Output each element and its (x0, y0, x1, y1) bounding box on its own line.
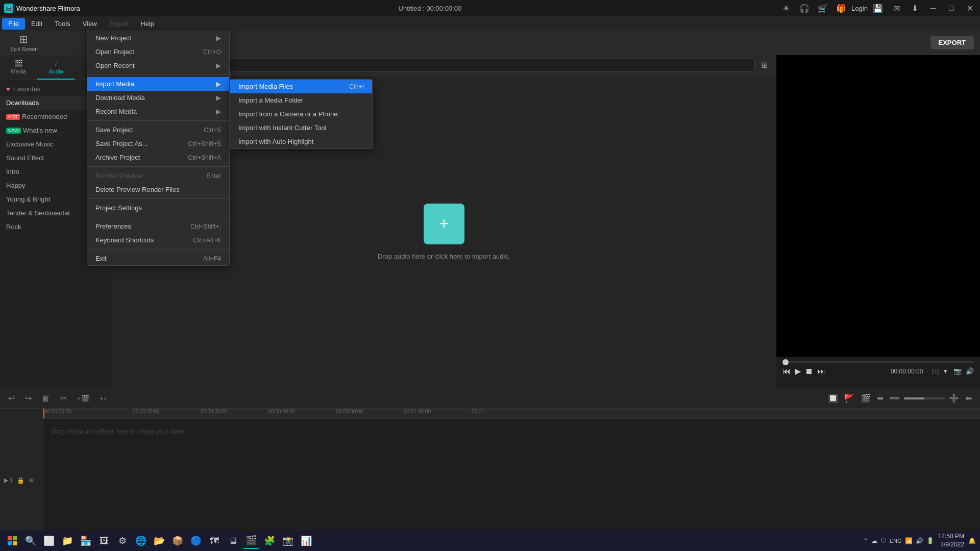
undo-btn[interactable]: ↩ (6, 392, 17, 404)
titlebar: 🎬 Wondershare Filmora Untitled : 00:00:0… (0, 0, 980, 16)
menu-import-media[interactable]: Import Media ▶ (87, 77, 229, 91)
zoom-in-btn[interactable]: ➕ (947, 392, 961, 404)
screenshot-btn[interactable]: 📷 (953, 367, 962, 375)
snap-btn[interactable]: 🔲 (826, 392, 840, 404)
menu-help[interactable]: Help (134, 18, 160, 30)
volume-btn[interactable]: 🔊 (966, 367, 974, 375)
taskbar-map[interactable]: 🗺 (206, 533, 223, 549)
taskbar-browser-ext[interactable]: 🧩 (261, 533, 278, 549)
taskbar-search[interactable]: 🔍 (22, 533, 39, 549)
split-btn[interactable]: ⬌ (875, 392, 886, 404)
save-cloud-icon[interactable]: 💾 (872, 2, 884, 14)
track-labels: ▶ 1 🔒 👁 ♪ 1 🔒 🔊 (0, 409, 43, 551)
onedrive-icon[interactable]: ☁ (871, 537, 877, 544)
taskbar-files[interactable]: 📂 (151, 533, 167, 549)
tab-media[interactable]: 🎬 Media (0, 55, 37, 80)
delete-btn[interactable]: 🗑 (40, 393, 52, 404)
menu-project-settings[interactable]: Project Settings (87, 201, 229, 215)
battery-icon[interactable]: 🔋 (926, 537, 934, 544)
collapse-btn[interactable]: ⬅ (963, 392, 974, 404)
menu-keyboard-shortcuts[interactable]: Keyboard Shortcuts Ctrl+Alt+K (87, 233, 229, 247)
download-icon[interactable]: ⬇ (909, 2, 921, 14)
menu-save-project-as[interactable]: Save Project As... Ctrl+Shift+S (87, 137, 229, 151)
taskbar-time[interactable]: 12:50 PM 3/9/2022 (938, 533, 964, 548)
window-controls: ☀ 🎧 🛒 🎁 Login 💾 ✉ ⬇ ─ □ ✕ (780, 2, 976, 14)
taskbar-filmora-active[interactable]: 🎬 (243, 533, 259, 549)
taskbar-explorer[interactable]: 📁 (59, 533, 76, 549)
menu-file[interactable]: File (2, 18, 25, 30)
notification-icon[interactable]: 🔔 (968, 537, 976, 544)
menu-download-media[interactable]: Download Media ▶ (87, 91, 229, 105)
taskbar-settings[interactable]: ⚙ (114, 533, 131, 549)
maximize-btn[interactable]: □ (945, 2, 958, 14)
skip-back-button[interactable]: ⏮ (782, 367, 791, 376)
menu-open-recent[interactable]: Open Recent ▶ (87, 59, 229, 72)
taskbar-finance[interactable]: 📊 (298, 533, 314, 549)
eye-icon[interactable]: 👁 (29, 477, 35, 484)
skip-forward-button[interactable]: ⏭ (817, 367, 825, 376)
taskbar-taskview[interactable]: ⬜ (41, 533, 57, 549)
add-audio-btn[interactable]: +♪ (97, 393, 109, 403)
taskbar-control-panel[interactable]: 🖥 (225, 533, 241, 549)
clip-btn[interactable]: 🎬 (859, 392, 873, 404)
menu-open-project[interactable]: Open Project Ctrl+O (87, 45, 229, 59)
security-icon[interactable]: 🛡 (880, 537, 887, 544)
menu-import-files[interactable]: Import Media Files Ctrl+I (230, 80, 372, 93)
cut-btn[interactable]: ✂ (58, 392, 69, 404)
menu-exit[interactable]: Exit Alt+F4 (87, 252, 229, 265)
menu-import-auto[interactable]: Import with Auto Highlight (230, 135, 372, 148)
cart-icon[interactable]: 🛒 (817, 2, 829, 14)
stop-button[interactable]: ⏹ (805, 367, 813, 376)
taskbar-photo-app[interactable]: 📸 (280, 533, 296, 549)
headphone-icon[interactable]: 🎧 (798, 2, 811, 14)
volume-icon[interactable]: 🔊 (916, 537, 923, 544)
menu-record-media[interactable]: Record Media ▶ (87, 105, 229, 118)
menu-save-project[interactable]: Save Project Ctrl+S (87, 123, 229, 137)
lock-icon[interactable]: 🔒 (17, 477, 24, 484)
menu-export[interactable]: Export (103, 18, 135, 30)
heart-icon: ♥ (6, 85, 10, 93)
time-marks: 00:00:00:00 00:00:20:00 00:00:30:00 00:0… (43, 409, 980, 414)
export-button[interactable]: EXPORT (930, 36, 974, 49)
taskbar-edge[interactable]: 🌐 (133, 533, 149, 549)
import-media-submenu: Import Media Files Ctrl+I Import a Media… (230, 79, 373, 149)
close-btn[interactable]: ✕ (964, 2, 976, 14)
gift-icon[interactable]: 🎁 (835, 2, 847, 14)
redo-btn[interactable]: ↪ (23, 392, 34, 404)
menu-archive-project[interactable]: Archive Project Ctrl+Shift+A (87, 151, 229, 164)
menu-view[interactable]: View (77, 18, 103, 30)
menu-import-instant[interactable]: Import with Instant Cutter Tool (230, 121, 372, 135)
menu-edit[interactable]: Edit (25, 18, 48, 30)
play-button[interactable]: ▶ (795, 366, 801, 376)
split-screen-button[interactable]: ⊞ Split Screen (6, 31, 42, 54)
taskbar-ms-store[interactable]: 🏪 (78, 533, 94, 549)
mail-icon[interactable]: ✉ (890, 2, 902, 14)
menu-import-camera[interactable]: Import from a Camera or a Phone (230, 107, 372, 121)
zoom-slider[interactable] (904, 397, 945, 399)
taskbar-dropbox[interactable]: 📦 (169, 533, 186, 549)
zoom-out-btn[interactable]: ➖ (888, 392, 902, 404)
menu-delete-preview[interactable]: Delete Preview Render Files (87, 183, 229, 196)
minimize-btn[interactable]: ─ (927, 2, 939, 14)
menu-tools[interactable]: Tools (48, 18, 76, 30)
chevron-up-icon[interactable]: ⌃ (863, 537, 868, 544)
young-bright-label: Young & Bright (6, 195, 50, 203)
add-track-btn[interactable]: +🎬 (75, 393, 91, 403)
zoom-dropdown-btn[interactable]: ▾ (944, 367, 947, 375)
menu-import-folder[interactable]: Import a Media Folder (230, 93, 372, 107)
taskbar-photos[interactable]: 🖼 (96, 533, 112, 549)
tab-audio[interactable]: ♪ Audio (37, 55, 75, 80)
preview-progress-bar[interactable] (782, 361, 974, 363)
menu-preferences[interactable]: Preferences Ctrl+Shift+, (87, 219, 229, 233)
import-card[interactable]: + (424, 204, 464, 244)
taskbar-chrome[interactable]: 🔵 (188, 533, 204, 549)
ime-icon[interactable]: ENG (890, 538, 902, 544)
menu-new-project[interactable]: New Project ▶ (87, 31, 229, 45)
start-button[interactable] (4, 533, 20, 549)
svg-rect-1 (13, 536, 17, 540)
login-btn[interactable]: Login (853, 2, 866, 14)
sun-icon[interactable]: ☀ (780, 2, 792, 14)
wifi-icon[interactable]: 📶 (905, 537, 913, 544)
grid-view-button[interactable]: ⊞ (759, 58, 770, 72)
marker-btn[interactable]: 🚩 (842, 392, 856, 404)
